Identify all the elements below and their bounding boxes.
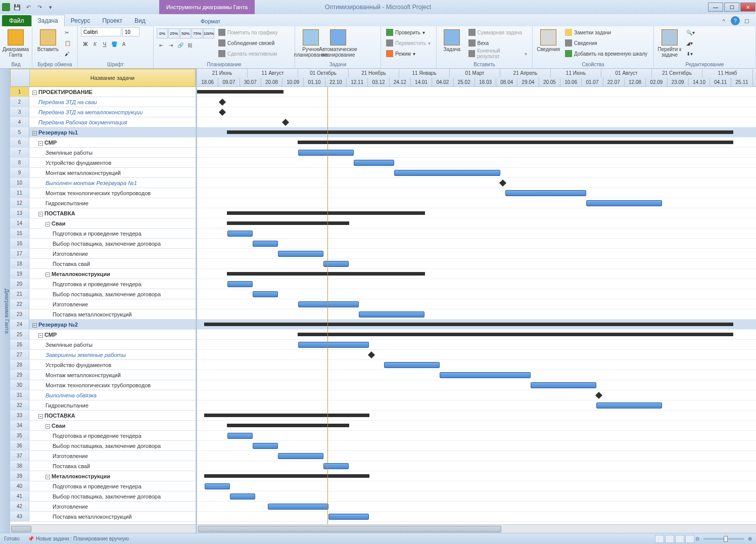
task-row[interactable]: 16Выбор поставщика, заключение договора [10,239,196,249]
task-row[interactable]: 2Передана ЗТД на сваи [10,97,196,107]
task-name-cell[interactable]: Выбор поставщика, заключение договора [29,491,196,501]
right-hscroll[interactable] [197,524,756,533]
task-row[interactable]: 25−СМР [10,330,196,340]
row-number[interactable]: 11 [10,188,29,198]
task-row[interactable]: 3Передана ЗТД на металлоконструкции [10,107,196,117]
find-icon[interactable]: 🔍▾ [684,27,697,37]
task-row[interactable]: 43Поставка металлоконструкций [10,512,196,522]
row-number[interactable]: 4 [10,117,29,127]
summary-bar[interactable] [227,221,349,225]
milestone-icon[interactable] [595,392,602,399]
view-bar[interactable]: Диаграмма Ганта [0,69,10,533]
column-header-name[interactable]: Название задачи [30,69,195,86]
task-name-cell[interactable]: Выполнен монтаж Резервуара №1 [29,178,196,188]
qat-dropdown-icon[interactable]: ▾ [45,2,56,12]
task-name-cell[interactable]: Подготовка и проведение тендера [29,431,196,440]
task-name-cell[interactable]: Земляные работы [29,340,196,349]
deliverable-button[interactable]: Конечный результат ▾ [466,49,529,59]
task-name-cell[interactable]: Передана Рабочая документация [29,117,196,127]
task-name-cell[interactable]: Выполнена обвязка [29,390,196,400]
summary-bar[interactable] [298,333,733,336]
task-row[interactable]: 13−ПОСТАВКА [10,208,196,218]
font-color-icon[interactable]: A [119,39,128,49]
row-number[interactable]: 31 [10,390,29,400]
summary-bar[interactable] [298,141,733,144]
row-number[interactable]: 39 [10,471,29,481]
row-number[interactable]: 22 [10,299,29,309]
zoom-out-icon[interactable]: ⊖ [695,536,699,541]
row-number[interactable]: 5 [10,127,29,137]
row-number[interactable]: 3 [10,107,29,117]
pct-0[interactable]: 0% [157,28,168,38]
task-bar[interactable] [278,251,323,257]
task-row[interactable]: 29Монтаж металлоконструкций [10,370,196,380]
redo-icon[interactable]: ↷ [34,2,44,12]
respect-links-button[interactable]: Соблюдение связей [216,38,279,48]
tab-resource[interactable]: Ресурс [65,15,97,26]
task-bar[interactable] [227,433,253,439]
undo-icon[interactable]: ↶ [23,2,33,12]
row-number[interactable]: 1 [10,87,29,97]
inactivate-button[interactable]: Сделать неактивным [216,49,279,59]
bold-icon[interactable]: Ж [81,39,90,49]
format-painter-icon[interactable]: 🖌 [63,49,73,59]
task-name-cell[interactable]: Подготовка и проведение тендера [29,279,196,289]
row-number[interactable]: 24 [10,320,29,329]
task-bar[interactable] [596,402,662,409]
task-bar[interactable] [440,372,531,378]
task-name-cell[interactable]: Монтаж технологических трубопроводов [29,380,196,390]
move-button[interactable]: Переместить ▾ [384,38,433,48]
task-row[interactable]: 14−Сваи [10,218,196,229]
task-row[interactable]: 39−Металлоконструкции [10,471,196,481]
summary-bar[interactable] [227,272,424,276]
summary-task-button[interactable]: Суммарная задача [466,27,529,37]
task-row[interactable]: 20Подготовка и проведение тендера [10,279,196,289]
task-name-cell[interactable]: Земляные работы [29,148,196,157]
task-row[interactable]: 30Монтаж технологических трубопроводов [10,380,196,390]
unlink-icon[interactable]: ⛓ [185,40,195,50]
summary-bar[interactable] [227,211,424,215]
task-name-cell[interactable]: Выбор поставщика, заключение договора [29,441,196,450]
minimize-button[interactable]: — [708,3,723,12]
row-number[interactable]: 21 [10,289,29,299]
task-row[interactable]: 15Подготовка и проведение тендера [10,229,196,239]
task-name-cell[interactable]: Устройство фундаментов [29,360,196,370]
row-number[interactable]: 33 [10,411,29,420]
row-number[interactable]: 35 [10,431,29,440]
task-bar[interactable] [253,241,278,247]
task-name-cell[interactable]: −ПОСТАВКА [29,208,196,218]
pct-100[interactable]: 100% [203,28,214,38]
task-name-cell[interactable]: Выбор поставщика, заключение договора [29,239,196,248]
zoom-in-icon[interactable]: ⊕ [748,536,752,541]
row-number[interactable]: 34 [10,421,29,430]
row-number[interactable]: 7 [10,148,29,157]
task-name-cell[interactable]: −Резервуар №2 [29,320,196,329]
task-name-cell[interactable]: Завершены земляные работы [29,350,196,359]
paste-button[interactable]: Вставить [35,27,61,52]
task-row[interactable]: 7Земляные работы [10,148,196,158]
close-button[interactable]: ✕ [740,3,755,12]
task-row[interactable]: 40Подготовка и проведение тендера [10,481,196,491]
outline-toggle-icon[interactable]: − [45,222,50,226]
row-number[interactable]: 37 [10,451,29,461]
pct-75[interactable]: 75% [192,28,203,38]
help-icon[interactable]: ? [731,16,740,25]
font-name-select[interactable] [81,27,121,36]
task-name-cell[interactable]: Подготовка и проведение тендера [29,481,196,491]
task-row[interactable]: 24−Резервуар №2 [10,320,196,330]
tab-format[interactable]: Формат [195,16,226,26]
task-row[interactable]: 28Устройство фундаментов [10,360,196,370]
task-row[interactable]: 11Монтаж технологических трубопроводов [10,188,196,198]
row-number[interactable]: 29 [10,370,29,380]
row-number[interactable]: 38 [10,461,29,471]
task-bar[interactable] [359,311,424,318]
milestone-icon[interactable] [219,99,226,106]
task-row[interactable]: 17Изготовление [10,249,196,259]
task-bar[interactable] [227,281,253,287]
task-name-cell[interactable]: −СМР [29,330,196,339]
task-row[interactable]: 31Выполнена обвязка [10,390,196,400]
task-name-cell[interactable]: Изготовление [29,451,196,461]
task-bar[interactable] [278,453,323,459]
task-name-cell[interactable]: −ПРОЕКТИРОВАНИЕ [29,87,196,97]
task-name-cell[interactable]: −ПОСТАВКА [29,411,196,420]
